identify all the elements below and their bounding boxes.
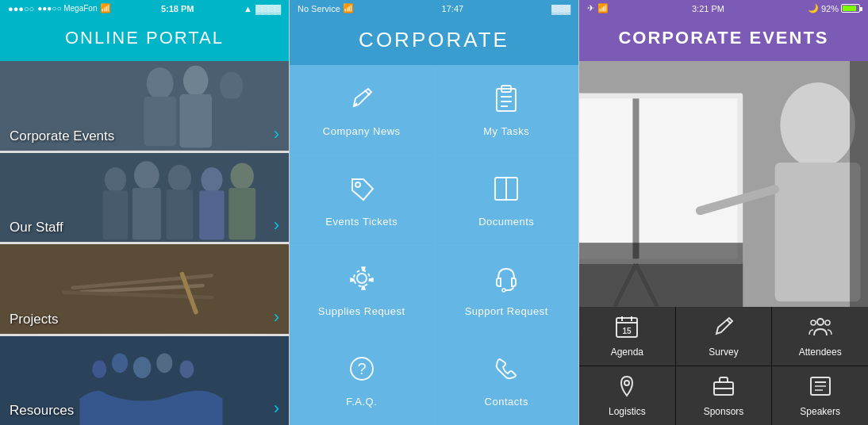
cell-label-my-tasks: My Tasks: [483, 125, 529, 137]
phone3-photo-area: [579, 61, 868, 307]
cell-supplies-request[interactable]: Supplies Request: [290, 246, 434, 335]
phone3-grid: 15 Agenda Survey: [579, 307, 868, 425]
cell-attendees[interactable]: Attendees: [772, 307, 868, 366]
plane-icon: ✈: [587, 3, 594, 13]
cell-support-request[interactable]: Support Request: [435, 246, 579, 335]
list-item-corporate-events[interactable]: Corporate Events ›: [0, 61, 289, 151]
cell-logistics[interactable]: Logistics: [579, 366, 675, 425]
item-label-projects: Projects: [10, 312, 58, 327]
status-time-1: 5:18 PM: [161, 4, 194, 13]
cell-label-agenda: Agenda: [611, 347, 643, 358]
cell-label-support-request: Support Request: [465, 305, 548, 317]
cell-speakers[interactable]: Speakers: [772, 366, 868, 425]
cell-label-survey: Survey: [709, 347, 738, 358]
chevron-right-icon-3: ›: [274, 307, 279, 327]
edit-icon: [346, 82, 378, 119]
cell-sponsors[interactable]: Sponsors: [676, 366, 772, 425]
item-overlay-projects: Projects ›: [0, 244, 289, 334]
people-icon: [808, 315, 832, 342]
question-icon: ?: [346, 353, 378, 389]
svg-line-33: [365, 90, 370, 95]
battery-percent: 92%: [821, 4, 839, 13]
item-overlay-staff: Our Staff ›: [0, 153, 289, 243]
status-battery-2: ▓▓▓: [551, 4, 570, 13]
svg-point-44: [502, 289, 505, 292]
list-item-projects[interactable]: Projects ›: [0, 244, 289, 334]
svg-text:?: ?: [357, 360, 366, 377]
svg-text:15: 15: [623, 327, 632, 335]
signal-dots: ●●●○○: [8, 4, 34, 13]
phone2-title: CORPORATE: [290, 17, 578, 65]
cell-contacts[interactable]: Contacts: [435, 335, 579, 425]
svg-point-65: [811, 320, 816, 325]
svg-line-63: [727, 320, 731, 324]
gear-icon: [346, 262, 378, 299]
phone2-grid: Company News My Tasks: [290, 65, 578, 425]
cell-label-documents: Documents: [478, 216, 534, 228]
status-battery-1: ▲ ▓▓▓▓: [244, 4, 281, 13]
clipboard-icon: [490, 82, 522, 119]
phone-1: ●●●○○ ●●●○○ MegaFon 📶 5:18 PM ▲ ▓▓▓▓ ONL…: [0, 0, 290, 425]
book-icon: [490, 173, 522, 209]
cell-survey[interactable]: Survey: [676, 307, 772, 366]
cell-agenda[interactable]: 15 Agenda: [579, 307, 675, 366]
status-left-3: ✈ 📶: [587, 3, 609, 13]
item-label-resources: Resources: [10, 403, 74, 419]
list-item-resources[interactable]: Resources ›: [0, 336, 289, 426]
briefcase-icon: [712, 374, 735, 401]
battery-text-2: ▓▓▓: [551, 4, 570, 13]
status-bar-2: No Service 📶 17:47 ▓▓▓: [290, 0, 578, 17]
wifi-icon-3: 📶: [597, 3, 609, 13]
carrier-name: ●●●○○ MegaFon: [37, 4, 97, 13]
item-label-our-staff: Our Staff: [10, 220, 63, 235]
battery-fill-3: [843, 6, 856, 11]
list-item-our-staff[interactable]: Our Staff ›: [0, 153, 289, 243]
news-icon: [808, 374, 832, 401]
phone-icon: [490, 353, 522, 389]
status-right-3: 🌙 92%: [808, 3, 860, 13]
cell-my-tasks[interactable]: My Tasks: [435, 65, 579, 155]
chevron-right-icon-4: ›: [274, 398, 279, 419]
chevron-right-icon-2: ›: [274, 215, 279, 235]
cell-label-speakers: Speakers: [800, 406, 840, 417]
cell-faq[interactable]: ? F.A.Q.: [290, 335, 434, 425]
cell-label-faq: F.A.Q.: [346, 396, 377, 408]
svg-point-67: [624, 381, 629, 385]
item-label-corporate-events: Corporate Events: [10, 128, 114, 144]
cell-documents[interactable]: Documents: [435, 155, 579, 245]
cell-events-tickets[interactable]: Events Tickets: [290, 155, 434, 245]
battery-icon: ▓▓▓▓: [255, 4, 281, 13]
headset-icon: [490, 262, 522, 299]
item-overlay-resources: Resources ›: [0, 336, 289, 426]
status-time-2: 17:47: [442, 4, 464, 13]
location-icon: ▲: [244, 4, 252, 13]
cell-label-events-tickets: Events Tickets: [325, 216, 398, 228]
cell-label-company-news: Company News: [323, 125, 401, 137]
item-overlay-corporate: Corporate Events ›: [0, 61, 289, 151]
calendar-icon: 15: [615, 315, 639, 342]
status-service: No Service 📶: [298, 3, 354, 13]
svg-rect-54: [775, 163, 861, 301]
phone1-title: ONLINE PORTAL: [0, 17, 289, 61]
pencil-icon: [712, 315, 735, 342]
svg-point-53: [780, 82, 855, 168]
moon-icon: 🌙: [808, 3, 819, 13]
status-carrier: ●●●○○ ●●●○○ MegaFon 📶: [8, 3, 111, 13]
status-bar-1: ●●●○○ ●●●○○ MegaFon 📶 5:18 PM ▲ ▓▓▓▓: [0, 0, 289, 17]
svg-point-66: [825, 320, 830, 325]
wifi-icon-2: 📶: [343, 3, 354, 13]
cell-company-news[interactable]: Company News: [290, 65, 434, 155]
cell-label-supplies-request: Supplies Request: [318, 305, 405, 317]
chevron-right-icon: ›: [274, 124, 279, 144]
svg-point-64: [817, 319, 824, 325]
cell-label-logistics: Logistics: [609, 406, 646, 417]
status-time-3: 3:21 PM: [692, 4, 724, 13]
cell-label-contacts: Contacts: [485, 396, 528, 408]
no-service-label: No Service: [298, 4, 340, 13]
svg-point-42: [357, 274, 367, 283]
svg-rect-56: [850, 61, 868, 307]
status-bar-3: ✈ 📶 3:21 PM 🌙 92%: [579, 0, 868, 17]
svg-rect-57: [579, 243, 743, 307]
location-icon: [615, 374, 639, 401]
cell-label-sponsors: Sponsors: [704, 406, 744, 417]
